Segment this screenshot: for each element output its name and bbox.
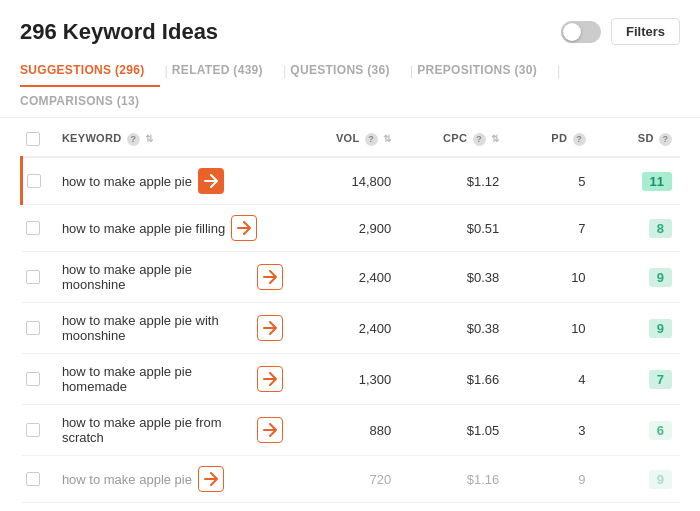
row-cpc: $0.51 bbox=[399, 205, 507, 252]
table-row: how to make apple pie homemade1,300$1.66… bbox=[22, 354, 681, 405]
sd-badge: 11 bbox=[642, 172, 672, 191]
keyword-arrow-btn[interactable] bbox=[257, 417, 283, 443]
row-keyword: how to make apple pie homemade bbox=[54, 354, 291, 405]
row-checkbox-cell bbox=[22, 354, 54, 405]
page-title: 296 Keyword Ideas bbox=[20, 19, 218, 45]
row-checkbox[interactable] bbox=[26, 321, 40, 335]
row-checkbox-cell bbox=[22, 456, 54, 503]
select-all-header[interactable] bbox=[22, 122, 54, 157]
row-vol: 2,400 bbox=[291, 252, 399, 303]
row-cpc: $0.38 bbox=[399, 303, 507, 354]
row-vol: 2,900 bbox=[291, 205, 399, 252]
row-checkbox[interactable] bbox=[26, 270, 40, 284]
tab-prepositions[interactable]: PREPOSITIONS (30) bbox=[417, 55, 553, 87]
table-row: how to make apple pie14,800$1.12511 bbox=[22, 157, 681, 205]
col-header-keyword: KEYWORD ? ⇅ bbox=[54, 122, 291, 157]
filters-button[interactable]: Filters bbox=[611, 18, 680, 45]
row-sd: 7 bbox=[594, 354, 680, 405]
toggle-knob bbox=[563, 23, 581, 41]
keyword-text: how to make apple pie filling bbox=[62, 221, 225, 236]
row-vol: 2,400 bbox=[291, 303, 399, 354]
keyword-table-wrap: KEYWORD ? ⇅ VOL ? ⇅ CPC ? ⇅ PD ? SD ? bbox=[0, 118, 700, 503]
sd-badge: 9 bbox=[649, 319, 672, 338]
sd-badge: 9 bbox=[649, 268, 672, 287]
row-pd: 5 bbox=[507, 157, 593, 205]
row-checkbox[interactable] bbox=[26, 221, 40, 235]
vol-sort-icon[interactable]: ⇅ bbox=[383, 133, 391, 144]
row-cpc: $0.38 bbox=[399, 252, 507, 303]
row-checkbox-cell bbox=[22, 303, 54, 354]
tab-divider-3: | bbox=[406, 63, 417, 78]
keyword-text: how to make apple pie with moonshine bbox=[62, 313, 251, 343]
row-sd: 6 bbox=[594, 405, 680, 456]
pd-help-icon[interactable]: ? bbox=[573, 133, 586, 146]
row-sd: 11 bbox=[594, 157, 680, 205]
keyword-arrow-btn[interactable] bbox=[198, 168, 224, 194]
row-keyword: how to make apple pie with moonshine bbox=[54, 303, 291, 354]
col-header-vol: VOL ? ⇅ bbox=[291, 122, 399, 157]
filter-toggle[interactable] bbox=[561, 21, 601, 43]
row-keyword: how to make apple pie from scratch bbox=[54, 405, 291, 456]
row-cpc: $1.66 bbox=[399, 354, 507, 405]
tab-divider-2: | bbox=[279, 63, 290, 78]
keyword-arrow-btn[interactable] bbox=[231, 215, 257, 241]
row-vol: 14,800 bbox=[291, 157, 399, 205]
row-checkbox-cell bbox=[22, 205, 54, 252]
col-header-cpc: CPC ? ⇅ bbox=[399, 122, 507, 157]
table-row: how to make apple pie with moonshine2,40… bbox=[22, 303, 681, 354]
row-cpc: $1.16 bbox=[399, 456, 507, 503]
keyword-arrow-btn[interactable] bbox=[257, 264, 283, 290]
row-checkbox-cell bbox=[22, 405, 54, 456]
tab-divider-1: | bbox=[160, 63, 171, 78]
row-keyword: how to make apple pie bbox=[54, 456, 291, 503]
row-vol: 720 bbox=[291, 456, 399, 503]
row-checkbox[interactable] bbox=[27, 174, 41, 188]
row-checkbox-cell bbox=[22, 157, 54, 205]
table-row: how to make apple pie720$1.1699 bbox=[22, 456, 681, 503]
row-checkbox[interactable] bbox=[26, 472, 40, 486]
keyword-sort-icon[interactable]: ⇅ bbox=[145, 133, 153, 144]
col-header-sd: SD ? bbox=[594, 122, 680, 157]
row-sd: 9 bbox=[594, 252, 680, 303]
row-sd: 9 bbox=[594, 303, 680, 354]
row-pd: 9 bbox=[507, 456, 593, 503]
row-checkbox-cell bbox=[22, 252, 54, 303]
cpc-sort-icon[interactable]: ⇅ bbox=[491, 133, 499, 144]
row-cpc: $1.05 bbox=[399, 405, 507, 456]
keyword-help-icon[interactable]: ? bbox=[127, 133, 140, 146]
table-row: how to make apple pie from scratch880$1.… bbox=[22, 405, 681, 456]
row-pd: 10 bbox=[507, 303, 593, 354]
keyword-arrow-btn[interactable] bbox=[257, 315, 283, 341]
sd-help-icon[interactable]: ? bbox=[659, 133, 672, 146]
row-checkbox[interactable] bbox=[26, 372, 40, 386]
tab-questions[interactable]: QUESTIONS (36) bbox=[290, 55, 406, 87]
row-checkbox[interactable] bbox=[26, 423, 40, 437]
sd-badge: 8 bbox=[649, 219, 672, 238]
keyword-text: how to make apple pie homemade bbox=[62, 364, 251, 394]
keyword-arrow-btn[interactable] bbox=[257, 366, 283, 392]
tab-comparisons[interactable]: COMPARISONS (13) bbox=[20, 86, 155, 118]
tab-divider-4: | bbox=[553, 63, 564, 78]
keyword-text: how to make apple pie bbox=[62, 174, 192, 189]
row-keyword: how to make apple pie moonshine bbox=[54, 252, 291, 303]
row-keyword: how to make apple pie filling bbox=[54, 205, 291, 252]
row-vol: 880 bbox=[291, 405, 399, 456]
tab-bar: SUGGESTIONS (296) | RELATED (439) | QUES… bbox=[0, 55, 700, 118]
keyword-text: how to make apple pie moonshine bbox=[62, 262, 251, 292]
table-row: how to make apple pie filling2,900$0.517… bbox=[22, 205, 681, 252]
tab-related[interactable]: RELATED (439) bbox=[172, 55, 279, 87]
vol-help-icon[interactable]: ? bbox=[365, 133, 378, 146]
cpc-help-icon[interactable]: ? bbox=[473, 133, 486, 146]
col-header-pd: PD ? bbox=[507, 122, 593, 157]
sd-badge: 7 bbox=[649, 370, 672, 389]
keyword-text: how to make apple pie from scratch bbox=[62, 415, 251, 445]
row-sd: 8 bbox=[594, 205, 680, 252]
row-cpc: $1.12 bbox=[399, 157, 507, 205]
row-pd: 10 bbox=[507, 252, 593, 303]
keyword-arrow-btn[interactable] bbox=[198, 466, 224, 492]
row-keyword: how to make apple pie bbox=[54, 157, 291, 205]
row-vol: 1,300 bbox=[291, 354, 399, 405]
tab-suggestions[interactable]: SUGGESTIONS (296) bbox=[20, 55, 160, 87]
sd-badge: 6 bbox=[649, 421, 672, 440]
select-all-checkbox[interactable] bbox=[26, 132, 40, 146]
